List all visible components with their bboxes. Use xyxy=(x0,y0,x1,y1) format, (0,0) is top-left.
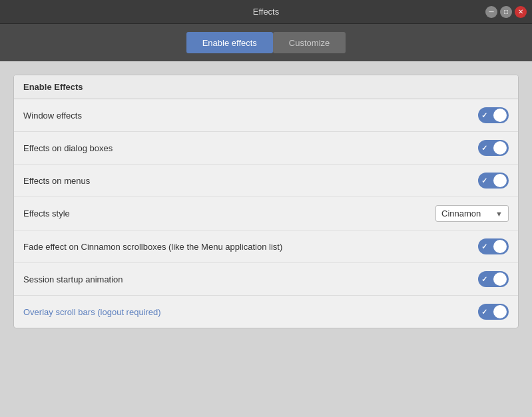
toggle-knob xyxy=(493,272,507,286)
toggle-knob xyxy=(493,109,507,122)
menu-effects-label: Effects on menus xyxy=(23,176,90,186)
setting-row-effects-style: Effects style Cinnamon ▼ xyxy=(14,197,518,230)
toggle-knob xyxy=(493,240,507,253)
tab-customize[interactable]: Customize xyxy=(273,32,346,53)
chevron-down-icon: ▼ xyxy=(495,210,503,218)
toggle-knob xyxy=(493,141,507,155)
window-controls: ─ □ ✕ xyxy=(485,6,527,18)
overlay-scroll-toggle[interactable]: ✓ xyxy=(478,304,509,320)
toggle-check-icon: ✓ xyxy=(481,177,487,185)
toggle-check-icon: ✓ xyxy=(481,144,487,153)
setting-row-dialog-effects: Effects on dialog boxes ✓ xyxy=(14,132,518,165)
dialog-effects-label: Effects on dialog boxes xyxy=(23,143,113,153)
dialog-effects-toggle[interactable]: ✓ xyxy=(478,140,509,156)
setting-row-overlay-scroll: Overlay scroll bars (logout required) ✓ xyxy=(14,296,518,328)
toggle-check-icon: ✓ xyxy=(481,308,487,316)
toolbar: Enable effects Customize xyxy=(0,24,532,61)
effects-style-dropdown[interactable]: Cinnamon ▼ xyxy=(435,205,509,222)
dropdown-value: Cinnamon xyxy=(441,209,481,218)
setting-row-session-startup: Session startup animation ✓ xyxy=(14,263,518,296)
session-startup-toggle[interactable]: ✓ xyxy=(478,271,509,287)
session-startup-label: Session startup animation xyxy=(23,274,123,284)
effects-style-label: Effects style xyxy=(23,209,70,218)
enable-effects-panel: Enable Effects Window effects ✓ Effects … xyxy=(13,75,519,328)
toggle-check-icon: ✓ xyxy=(481,111,487,120)
close-button[interactable]: ✕ xyxy=(515,6,527,18)
titlebar: Effects ─ □ ✕ xyxy=(0,0,532,24)
toggle-check-icon: ✓ xyxy=(481,275,487,284)
setting-row-window-effects: Window effects ✓ xyxy=(14,99,518,132)
setting-row-fade-effect: Fade effect on Cinnamon scrollboxes (lik… xyxy=(14,230,518,263)
fade-effect-label: Fade effect on Cinnamon scrollboxes (lik… xyxy=(23,242,282,252)
overlay-scroll-label: Overlay scroll bars (logout required) xyxy=(23,307,161,317)
maximize-button[interactable]: □ xyxy=(500,6,512,18)
panel-header: Enable Effects xyxy=(14,75,518,99)
window-effects-label: Window effects xyxy=(23,111,82,121)
toggle-check-icon: ✓ xyxy=(481,242,487,251)
fade-effect-toggle[interactable]: ✓ xyxy=(478,238,509,254)
menu-effects-toggle[interactable]: ✓ xyxy=(478,173,509,189)
toggle-knob xyxy=(493,305,507,318)
main-content: Enable Effects Window effects ✓ Effects … xyxy=(0,61,532,342)
window-effects-toggle[interactable]: ✓ xyxy=(478,107,509,123)
toggle-knob xyxy=(493,174,507,187)
tab-enable-effects[interactable]: Enable effects xyxy=(186,32,273,53)
window-title: Effects xyxy=(253,7,280,17)
setting-row-menu-effects: Effects on menus ✓ xyxy=(14,165,518,197)
minimize-button[interactable]: ─ xyxy=(485,6,497,18)
